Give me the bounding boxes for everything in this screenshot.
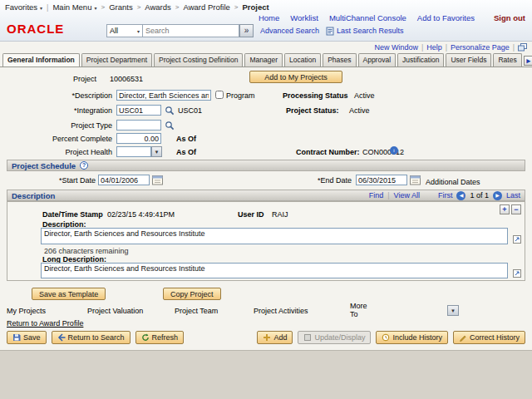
home-link[interactable]: Home bbox=[259, 13, 279, 22]
search-input[interactable] bbox=[143, 24, 239, 37]
chevron-down-icon: ▾ bbox=[94, 6, 96, 11]
save-as-template-button[interactable]: Save as Template bbox=[32, 288, 106, 300]
long-description-expand-icon[interactable] bbox=[513, 269, 521, 278]
processing-status-label: Processing Status bbox=[283, 91, 348, 100]
description-textarea[interactable] bbox=[41, 228, 508, 244]
more-link-line1: More bbox=[350, 302, 367, 310]
return-to-search-label: Return to Search bbox=[68, 333, 125, 342]
project-type-lookup-icon[interactable] bbox=[165, 121, 175, 131]
tab-rates[interactable]: Rates bbox=[493, 53, 521, 66]
project-health-label: Project Health bbox=[33, 148, 112, 156]
first-row-link[interactable]: First bbox=[438, 191, 453, 200]
chevron-down-icon[interactable]: ▼ bbox=[151, 146, 162, 157]
program-checkbox[interactable] bbox=[215, 91, 224, 99]
add-row-button[interactable]: + bbox=[500, 204, 510, 214]
save-button[interactable]: Save bbox=[7, 331, 47, 344]
include-history-button[interactable]: Include History bbox=[376, 331, 448, 344]
my-projects-link[interactable]: My Projects bbox=[7, 307, 46, 315]
correct-history-label: Correct History bbox=[470, 333, 520, 342]
tab-phases[interactable]: Phases bbox=[323, 53, 356, 66]
project-activities-link[interactable]: Project Activities bbox=[254, 307, 308, 315]
more-dropdown[interactable]: ▼ bbox=[447, 305, 459, 316]
return-to-award-profile-link[interactable]: Return to Award Profile bbox=[7, 319, 83, 328]
search-scope-select[interactable]: All ▾ bbox=[106, 24, 143, 37]
show-more-tabs-icon[interactable]: ▸ bbox=[524, 56, 532, 66]
favorites-menu[interactable]: Favorites▾ bbox=[5, 2, 42, 12]
end-date-input[interactable] bbox=[356, 175, 407, 185]
tab-location[interactable]: Location bbox=[284, 53, 321, 66]
long-description-textarea[interactable] bbox=[41, 263, 508, 278]
description-field-input[interactable] bbox=[116, 90, 211, 101]
multichannel-console-link[interactable]: MultiChannel Console bbox=[329, 13, 406, 22]
project-valuation-link[interactable]: Project Valuation bbox=[87, 307, 143, 315]
project-schedule-title: Project Schedule bbox=[12, 161, 76, 170]
add-to-my-projects-button[interactable]: Add to My Projects bbox=[249, 71, 342, 83]
start-date-input[interactable] bbox=[98, 175, 150, 185]
more-link[interactable]: More To bbox=[350, 302, 367, 318]
add-button[interactable]: Add bbox=[257, 331, 293, 344]
description-section-title: Description bbox=[12, 191, 55, 200]
sign-out-link[interactable]: Sign out bbox=[494, 13, 525, 22]
project-status-value[interactable]: Active bbox=[349, 106, 370, 115]
processing-status-value: Active bbox=[354, 91, 375, 100]
save-button-label: Save bbox=[23, 333, 41, 342]
breadcrumb-separator-icon: > bbox=[101, 3, 105, 11]
add-to-favorites-link[interactable]: Add to Favorites bbox=[417, 13, 475, 22]
help-icon[interactable]: ? bbox=[80, 161, 88, 170]
peoplesoft-award-profile-project-page: Favorites▾ | Main Menu▾ > Grants > Award… bbox=[0, 0, 532, 399]
integration-lookup-icon[interactable] bbox=[165, 106, 175, 116]
integration-display-value: USC01 bbox=[178, 106, 202, 115]
project-team-link[interactable]: Project Team bbox=[175, 307, 218, 315]
description-group-box: + − Date/Time Stamp 02/23/15 4:49:41PM U… bbox=[7, 201, 525, 281]
worklist-link[interactable]: Worklist bbox=[290, 13, 318, 22]
breadcrumb-item-grants[interactable]: Grants bbox=[109, 2, 133, 12]
tab-project-department[interactable]: Project Department bbox=[81, 53, 152, 66]
personalize-page-link[interactable]: Personalize Page bbox=[451, 43, 510, 52]
main-menu-label: Main Menu bbox=[52, 2, 91, 12]
update-display-label: Update/Display bbox=[314, 333, 365, 342]
main-menu[interactable]: Main Menu▾ bbox=[52, 2, 96, 12]
tab-general-information[interactable]: General Information bbox=[2, 53, 80, 66]
last-search-results-link[interactable]: Last Search Results bbox=[337, 27, 404, 35]
breadcrumb-item-award-profile[interactable]: Award Profile bbox=[184, 2, 230, 12]
tab-approval[interactable]: Approval bbox=[358, 53, 397, 66]
advanced-search-link[interactable]: Advanced Search bbox=[260, 27, 319, 35]
save-icon bbox=[12, 333, 21, 342]
project-health-select[interactable]: ▼ bbox=[116, 146, 162, 157]
related-info-icon[interactable]: i bbox=[390, 146, 398, 155]
find-link[interactable]: Find bbox=[369, 191, 384, 200]
delete-row-button[interactable]: − bbox=[511, 204, 521, 214]
divider: | bbox=[446, 43, 447, 52]
percent-complete-input[interactable] bbox=[116, 133, 161, 144]
new-window-icon[interactable] bbox=[518, 43, 527, 52]
tab-manager[interactable]: Manager bbox=[244, 53, 283, 66]
project-value: 10006531 bbox=[110, 75, 143, 83]
breadcrumb-separator-icon: > bbox=[137, 3, 141, 11]
additional-dates-link[interactable]: Additional Dates bbox=[426, 178, 480, 186]
breadcrumb-item-awards[interactable]: Awards bbox=[145, 2, 171, 12]
help-link[interactable]: Help bbox=[426, 43, 442, 52]
copy-project-button[interactable]: Copy Project bbox=[163, 288, 221, 300]
description-expand-icon[interactable] bbox=[513, 235, 521, 244]
tab-user-fields[interactable]: User Fields bbox=[446, 53, 491, 66]
search-go-button[interactable]: » bbox=[239, 24, 254, 37]
update-display-button[interactable]: Update/Display bbox=[298, 331, 371, 344]
new-window-link[interactable]: New Window bbox=[374, 43, 418, 52]
last-row-link[interactable]: Last bbox=[506, 191, 520, 200]
integration-input[interactable] bbox=[116, 105, 161, 116]
toolbar-left: Save Return to Search Refresh bbox=[7, 331, 184, 344]
return-to-search-button[interactable]: Return to Search bbox=[52, 331, 131, 344]
correct-history-button[interactable]: Correct History bbox=[453, 331, 525, 344]
end-date-calendar-icon[interactable] bbox=[410, 175, 421, 185]
view-all-link[interactable]: View All bbox=[394, 191, 420, 200]
next-row-icon[interactable]: ▶ bbox=[493, 191, 502, 200]
tab-project-costing-definition[interactable]: Project Costing Definition bbox=[154, 53, 243, 66]
start-date-calendar-icon[interactable] bbox=[152, 175, 163, 185]
chevron-down-icon: ▾ bbox=[137, 28, 140, 34]
datetime-stamp-label: Date/Time Stamp bbox=[42, 210, 103, 219]
favorites-label: Favorites bbox=[5, 2, 37, 12]
project-type-input[interactable] bbox=[116, 120, 161, 131]
refresh-button[interactable]: Refresh bbox=[135, 331, 185, 344]
previous-row-icon[interactable]: ◀ bbox=[456, 191, 466, 200]
tab-justification[interactable]: Justification bbox=[397, 53, 444, 66]
